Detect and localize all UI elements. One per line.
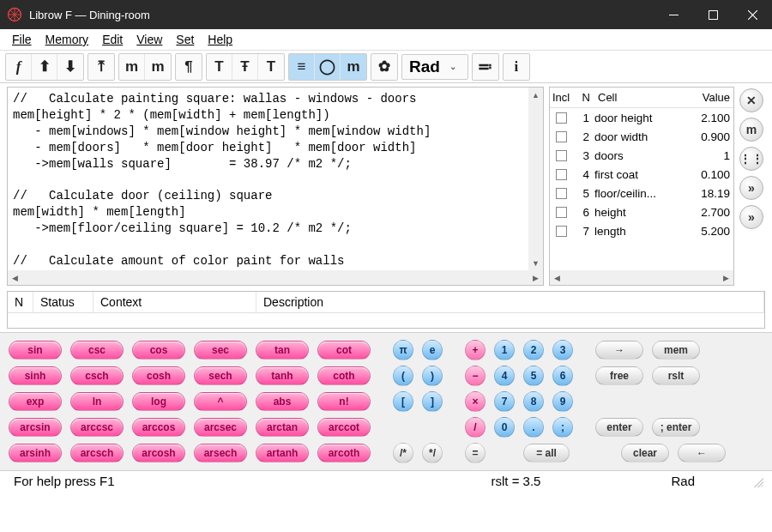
- digit-4-button[interactable]: 4: [494, 366, 515, 386]
- digit-6-button[interactable]: 6: [552, 366, 573, 386]
- scroll-left-icon[interactable]: ◀: [550, 270, 564, 285]
- const-]-button[interactable]: ]: [422, 391, 443, 412]
- const-[-button[interactable]: [: [393, 391, 413, 412]
- memory-row[interactable]: 3doors1: [550, 146, 733, 165]
- tool-t1[interactable]: T: [207, 54, 232, 80]
- const-*/-button[interactable]: */: [422, 443, 443, 463]
- tool-m1[interactable]: m: [119, 54, 145, 80]
- diag-col-status[interactable]: Status: [33, 292, 93, 312]
- fn-cos-button[interactable]: cos: [132, 341, 185, 360]
- fn-arcsin-button[interactable]: arcsin: [9, 418, 62, 437]
- tool-sliders-icon[interactable]: ≕: [473, 54, 498, 80]
- memory-hscroll[interactable]: ◀ ▶: [550, 270, 733, 285]
- fn-csc-button[interactable]: csc: [70, 341, 124, 360]
- action-rslt-button[interactable]: rslt: [652, 366, 700, 385]
- memory-row[interactable]: 2door width0.900: [550, 127, 733, 146]
- fn-sech-button[interactable]: sech: [194, 366, 247, 385]
- fn-ln-button[interactable]: ln: [70, 392, 124, 411]
- fn-tan-button[interactable]: tan: [256, 341, 309, 360]
- fn-n!-button[interactable]: n!: [317, 392, 371, 411]
- const-)-button[interactable]: ): [422, 366, 443, 386]
- fn-tanh-button[interactable]: tanh: [256, 366, 309, 385]
- tool-circle-icon[interactable]: ◯: [315, 54, 341, 80]
- fn-coth-button[interactable]: coth: [317, 366, 371, 385]
- tool-collapse-up[interactable]: ⤒: [88, 54, 114, 80]
- op-−-button[interactable]: −: [465, 366, 486, 386]
- fn-arcosh-button[interactable]: arcosh: [132, 444, 185, 462]
- digit-2-button[interactable]: 2: [523, 340, 544, 360]
- tool-t3[interactable]: T: [258, 54, 284, 80]
- include-checkbox[interactable]: [550, 226, 572, 237]
- side-double-down2-icon[interactable]: »: [739, 205, 763, 229]
- menu-help[interactable]: Help: [201, 31, 239, 48]
- tool-paragraph[interactable]: ¶: [176, 54, 202, 80]
- fn-arccot-button[interactable]: arccot: [317, 418, 371, 437]
- memory-row[interactable]: 7length5.200: [550, 221, 733, 240]
- const-π-button[interactable]: π: [393, 340, 413, 360]
- include-checkbox[interactable]: [550, 207, 572, 218]
- fn-cosh-button[interactable]: cosh: [132, 366, 185, 385]
- fn-csch-button[interactable]: csch: [70, 366, 124, 385]
- editor-text[interactable]: // Calculate painting square: wallas - w…: [8, 88, 543, 270]
- tool-m2[interactable]: m: [145, 54, 171, 80]
- col-n[interactable]: N: [576, 88, 593, 107]
- digit-7-button[interactable]: 7: [494, 391, 515, 412]
- fn-arsinh-button[interactable]: arsinh: [9, 444, 62, 462]
- side-memory-icon[interactable]: m: [739, 118, 763, 142]
- op-×-button[interactable]: ×: [465, 391, 486, 412]
- const-/*-button[interactable]: /*: [393, 443, 413, 463]
- fn-arccsc-button[interactable]: arccsc: [70, 418, 124, 437]
- op-/-button[interactable]: /: [465, 417, 486, 438]
- action-←-button[interactable]: ←: [678, 444, 726, 462]
- fn-abs-button[interactable]: abs: [256, 392, 309, 411]
- include-checkbox[interactable]: [550, 131, 572, 142]
- side-double-down-icon[interactable]: »: [739, 176, 763, 200]
- col-value[interactable]: Value: [694, 88, 733, 107]
- scroll-left-icon[interactable]: ◀: [8, 270, 22, 285]
- tool-down-arrow[interactable]: ⬇: [57, 54, 83, 80]
- fn-cot-button[interactable]: cot: [317, 341, 371, 360]
- op-+-button[interactable]: +: [465, 340, 486, 360]
- memory-row[interactable]: 4first coat0.100: [550, 165, 733, 184]
- side-close-icon[interactable]: ✕: [739, 88, 763, 112]
- fn-arcsec-button[interactable]: arcsec: [194, 418, 247, 437]
- fn-exp-button[interactable]: exp: [9, 392, 62, 411]
- fn-^-button[interactable]: ^: [194, 392, 247, 411]
- menu-set[interactable]: Set: [169, 31, 201, 48]
- fn-arccos-button[interactable]: arccos: [132, 418, 185, 437]
- action-enter-button[interactable]: enter: [595, 418, 643, 437]
- include-checkbox[interactable]: [550, 188, 572, 199]
- digit-8-button[interactable]: 8: [523, 391, 544, 412]
- tool-f[interactable]: f: [6, 54, 32, 80]
- include-checkbox[interactable]: [550, 169, 572, 180]
- side-list-icon[interactable]: ⋮⋮: [739, 147, 763, 171]
- digit-1-button[interactable]: 1: [494, 340, 515, 360]
- resize-grip[interactable]: [751, 475, 763, 487]
- fn-sin-button[interactable]: sin: [9, 341, 62, 360]
- scroll-down-icon[interactable]: ▼: [528, 256, 543, 270]
- fn-arctan-button[interactable]: arctan: [256, 418, 309, 437]
- diag-col-context[interactable]: Context: [93, 292, 256, 312]
- fn-arcoth-button[interactable]: arcoth: [317, 444, 371, 462]
- scroll-up-icon[interactable]: ▲: [528, 88, 543, 102]
- digit-5-button[interactable]: 5: [523, 366, 544, 386]
- scroll-right-icon[interactable]: ▶: [528, 270, 543, 285]
- action-free-button[interactable]: free: [595, 366, 643, 385]
- code-editor[interactable]: // Calculate painting square: wallas - w…: [7, 87, 544, 286]
- editor-hscroll[interactable]: ◀ ▶: [8, 270, 543, 285]
- menu-memory[interactable]: Memory: [39, 31, 96, 48]
- const-(-button[interactable]: (: [393, 366, 413, 386]
- fn-arcsch-button[interactable]: arcsch: [70, 444, 124, 462]
- memory-row[interactable]: 5floor/ceilin...18.19: [550, 184, 733, 203]
- include-checkbox[interactable]: [550, 150, 572, 161]
- tool-settings-icon[interactable]: ✿: [371, 54, 397, 80]
- minimize-button[interactable]: [654, 0, 693, 29]
- memory-row[interactable]: 1door height2.100: [550, 108, 733, 127]
- memory-row[interactable]: 6height2.700: [550, 203, 733, 221]
- menu-view[interactable]: View: [130, 31, 169, 48]
- menu-edit[interactable]: Edit: [95, 31, 130, 48]
- fn-log-button[interactable]: log: [132, 392, 185, 411]
- editor-vscroll[interactable]: ▲ ▼: [528, 88, 543, 270]
- diag-col-n[interactable]: N: [8, 292, 33, 312]
- action-clear-button[interactable]: clear: [621, 444, 669, 462]
